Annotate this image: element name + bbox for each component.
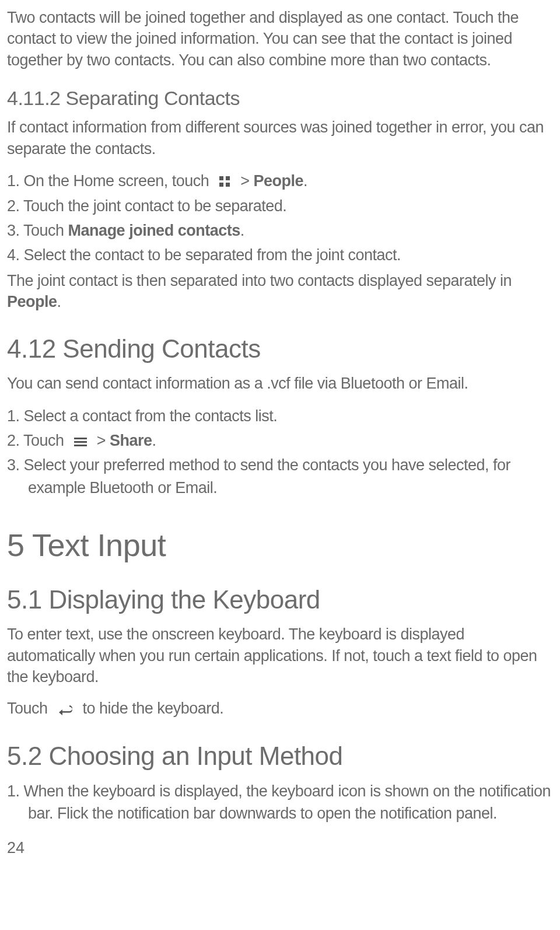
para-5-1-b: Touch to hide the keyboard.: [7, 698, 553, 719]
step-4-12-1: Select a contact from the contacts list.: [7, 405, 553, 427]
steps-4-11-2: On the Home screen, touch > People. Touc…: [7, 170, 553, 266]
svg-rect-0: [219, 176, 223, 180]
step-text: Touch: [23, 432, 64, 449]
para-5-1-a: To enter text, use the onscreen keyboard…: [7, 624, 553, 687]
step-4-11-2-3: Touch Manage joined contacts.: [7, 219, 553, 242]
follow-text: .: [57, 293, 61, 310]
step-4-12-2: Touch > Share.: [7, 429, 553, 452]
step-5-2-1: When the keyboard is displayed, the keyb…: [7, 780, 553, 825]
svg-rect-2: [219, 183, 223, 187]
page-number: 24: [7, 839, 553, 857]
step-text: .: [240, 222, 244, 239]
apps-icon: [218, 174, 232, 188]
step-text: >: [236, 172, 253, 190]
step-text: .: [303, 172, 307, 190]
svg-rect-5: [74, 441, 87, 443]
heading-5: 5 Text Input: [7, 527, 553, 563]
para-text: to hide the keyboard.: [79, 700, 224, 717]
step-bold: Share: [110, 432, 152, 449]
para-4-11-2: If contact information from different so…: [7, 117, 553, 159]
step-text: >: [93, 432, 110, 449]
steps-5-2: When the keyboard is displayed, the keyb…: [7, 780, 553, 825]
step-bold: People: [254, 172, 304, 190]
step-4-12-3: Select your preferred method to send the…: [7, 454, 553, 499]
heading-5-1: 5.1 Displaying the Keyboard: [7, 585, 553, 614]
svg-rect-4: [74, 438, 87, 439]
para-text: Touch: [7, 700, 48, 717]
svg-rect-1: [226, 176, 230, 180]
step-4-11-2-4: Select the contact to be separated from …: [7, 244, 553, 266]
heading-4-12: 4.12 Sending Contacts: [7, 334, 553, 363]
step-text: .: [152, 432, 156, 449]
back-icon: [57, 704, 74, 716]
svg-rect-6: [74, 445, 87, 446]
intro-paragraph: Two contacts will be joined together and…: [7, 7, 553, 71]
step-text: On the Home screen, touch: [24, 172, 209, 190]
step-bold: Manage joined contacts: [68, 222, 240, 239]
menu-icon: [73, 436, 88, 448]
step-4-11-2-2: Touch the joint contact to be separated.: [7, 195, 553, 217]
svg-rect-3: [226, 183, 230, 187]
follow-bold: People: [7, 293, 57, 310]
step-text: Touch: [23, 222, 68, 239]
follow-4-11-2: The joint contact is then separated into…: [7, 270, 553, 313]
steps-4-12: Select a contact from the contacts list.…: [7, 405, 553, 499]
heading-4-11-2: 4.11.2 Separating Contacts: [7, 87, 553, 110]
step-4-11-2-1: On the Home screen, touch > People.: [7, 170, 553, 192]
heading-5-2: 5.2 Choosing an Input Method: [7, 742, 553, 771]
para-4-12: You can send contact information as a .v…: [7, 373, 553, 394]
follow-text: The joint contact is then separated into…: [7, 272, 512, 289]
